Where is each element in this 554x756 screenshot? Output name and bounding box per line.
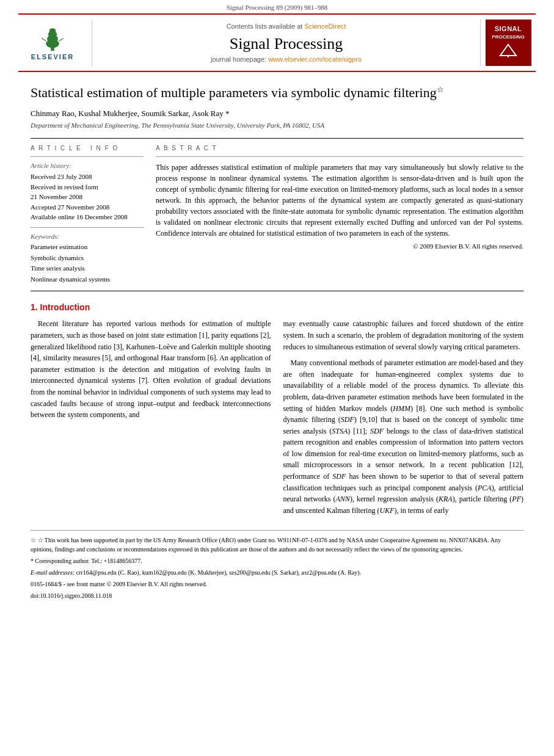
info-divider — [31, 156, 144, 157]
homepage-link[interactable]: www.elsevier.com/locate/sigpro — [268, 56, 362, 63]
revised-label: Received in revised form — [31, 182, 144, 192]
footnote-star: ☆ ☆ This work has been supported in part… — [31, 536, 523, 554]
section-1-title: 1. Introduction — [31, 302, 523, 312]
footnote-doi: doi:10.1016/j.sigpro.2008.11.018 — [31, 591, 523, 600]
keyword-3: Time series analysis — [31, 263, 144, 274]
left-para-1: Recent literature has reported various m… — [31, 318, 271, 420]
elsevier-logo: ELSEVIER — [31, 24, 74, 60]
article-info-col: A R T I C L E I N F O Article history: R… — [31, 145, 144, 285]
keywords-section: Keywords: Parameter estimation Symbolic … — [31, 233, 144, 285]
accepted-date: Accepted 27 November 2008 — [31, 202, 144, 213]
copyright: © 2009 Elsevier B.V. All rights reserved… — [156, 242, 523, 250]
section-1: 1. Introduction Recent literature has re… — [31, 302, 523, 521]
svg-line-5 — [42, 38, 46, 42]
signal-processing-badge: SIGNAL PROCESSING — [486, 20, 531, 66]
page: Signal Processing 89 (2009) 981–988 ELSE… — [0, 0, 554, 756]
abstract-text: This paper addresses statistical estimat… — [156, 162, 523, 239]
keywords-label: Keywords: — [31, 233, 144, 240]
article-title: Statistical estimation of multiple param… — [31, 84, 523, 102]
journal-header-center: Contents lists available at ScienceDirec… — [92, 20, 481, 66]
svg-point-4 — [49, 29, 56, 34]
badge-title-line1: SIGNAL — [489, 24, 528, 33]
right-para-2: Many conventional methods of parameter e… — [283, 357, 524, 516]
available-date: Available online 16 December 2008 — [31, 212, 144, 222]
right-para-1: may eventually cause catastrophic failur… — [283, 318, 524, 352]
email-label: E-mail addresses: — [31, 569, 75, 576]
journal-header: ELSEVIER Contents lists available at Sci… — [18, 13, 536, 72]
badge-logo-icon — [489, 43, 528, 61]
body-left-col: Recent literature has reported various m… — [31, 318, 271, 521]
article-info-abstract: A R T I C L E I N F O Article history: R… — [31, 145, 523, 285]
received-date: Received 23 July 2008 — [31, 172, 144, 182]
article-history-label: Article history: — [31, 162, 144, 169]
svg-marker-7 — [500, 45, 516, 56]
body-divider — [31, 291, 523, 291]
affiliation: Department of Mechanical Engineering, Th… — [31, 122, 523, 129]
title-divider — [31, 138, 523, 139]
body-right-col: may eventually cause catastrophic failur… — [283, 318, 524, 521]
elsevier-tree-icon — [34, 24, 71, 52]
article-info-header: A R T I C L E I N F O — [31, 145, 144, 151]
footnote-issn: 0165-1684/$ - see front matter © 2009 El… — [31, 580, 523, 589]
keyword-2: Symbolic dynamics — [31, 253, 144, 264]
article-dates: Received 23 July 2008 Received in revise… — [31, 172, 144, 222]
citation-text: Signal Processing 89 (2009) 981–988 — [227, 4, 328, 11]
top-citation-bar: Signal Processing 89 (2009) 981–988 — [0, 0, 554, 13]
badge-subtitle: PROCESSING — [489, 34, 528, 40]
sciencedirect-link[interactable]: ScienceDirect — [304, 23, 346, 30]
journal-homepage: journal homepage: www.elsevier.com/locat… — [211, 56, 362, 63]
elsevier-logo-area: ELSEVIER — [18, 20, 92, 66]
journal-title-header: Signal Processing — [230, 35, 343, 53]
title-star: ☆ — [437, 85, 444, 94]
footnote-emails: E-mail addresses: crr164@psu.edu (C. Rao… — [31, 568, 523, 577]
journal-header-right: SIGNAL PROCESSING — [481, 20, 536, 66]
elsevier-text: ELSEVIER — [31, 53, 74, 60]
footnote-star-symbol: ☆ — [31, 537, 38, 543]
abstract-col: A B S T R A C T This paper addresses sta… — [156, 145, 523, 285]
keyword-1: Parameter estimation — [31, 242, 144, 253]
keyword-4: Nonlinear dynamical systems — [31, 274, 144, 285]
email-values: crr164@psu.edu (C. Rao), kum162@psu.edu … — [76, 569, 361, 576]
authors: Chinmay Rao, Kushal Mukherjee, Soumik Sa… — [31, 109, 523, 118]
article-title-area: Statistical estimation of multiple param… — [31, 84, 523, 129]
revised-date: 21 November 2008 — [31, 192, 144, 202]
abstract-header: A B S T R A C T — [156, 145, 523, 151]
svg-line-6 — [59, 38, 64, 42]
footnote-corresponding: * Corresponding author. Tel.: +181486563… — [31, 556, 523, 565]
abstract-divider — [156, 156, 523, 157]
footnote-section: ☆ ☆ This work has been supported in part… — [31, 530, 523, 600]
contents-text: Contents lists available at ScienceDirec… — [227, 23, 346, 30]
body-columns: Recent literature has reported various m… — [31, 318, 523, 521]
article-content: Statistical estimation of multiple param… — [0, 84, 554, 601]
keywords-divider — [31, 227, 144, 228]
